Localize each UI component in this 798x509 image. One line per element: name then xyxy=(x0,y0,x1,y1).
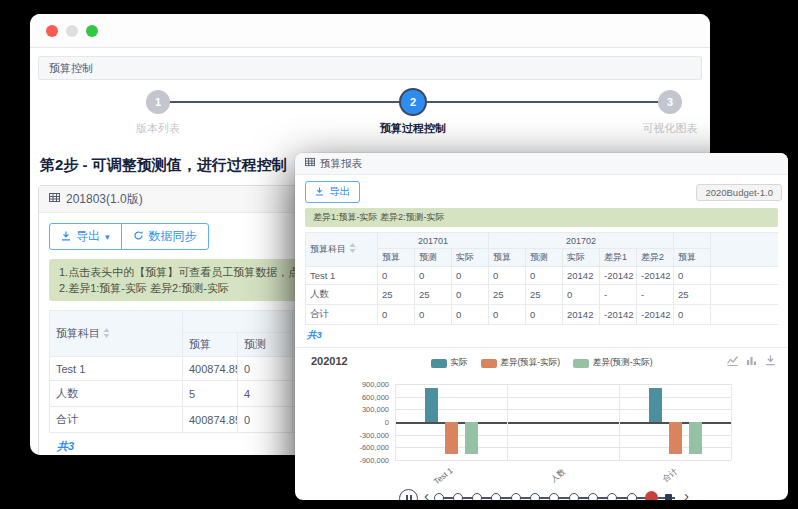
data-sync-button[interactable]: 数据同步 xyxy=(121,223,209,250)
timeline-dot[interactable] xyxy=(530,493,540,500)
close-window-button[interactable] xyxy=(46,25,58,37)
bar-差异(预算-实际) xyxy=(445,422,458,454)
timeline-dot[interactable] xyxy=(588,493,598,500)
header-filler xyxy=(711,233,778,267)
y-axis-tick-label: 900,000 xyxy=(337,380,389,389)
data-cell: 400874.85 xyxy=(183,407,238,433)
grid-icon xyxy=(305,153,315,174)
legend-item[interactable]: 实际 xyxy=(431,357,468,369)
table-row: Test 10000020142-20142-201420 xyxy=(306,267,779,285)
sort-icon[interactable] xyxy=(349,243,356,255)
data-cell: 0 xyxy=(238,357,293,381)
column-header[interactable]: 预算 xyxy=(674,249,711,267)
column-header[interactable]: 实际 xyxy=(452,249,489,267)
legend-swatch xyxy=(431,359,447,368)
data-cell: 5 xyxy=(183,381,238,407)
timeline-next-arrow[interactable]: › xyxy=(684,488,689,500)
timeline-dot[interactable] xyxy=(472,493,482,500)
timeline-dot[interactable] xyxy=(607,493,617,500)
minimize-window-button[interactable] xyxy=(66,25,78,37)
table-row: 合计0000020142-20142-201420 xyxy=(306,305,779,325)
report-title: 预算报表 xyxy=(320,153,362,174)
subject-cell: 合计 xyxy=(306,305,378,325)
timeline-selected-dot[interactable] xyxy=(645,491,658,500)
data-cell: 0 xyxy=(526,305,563,325)
subject-column-header[interactable]: 预算科目 xyxy=(50,311,183,357)
timeline-summary-checkpoint[interactable] xyxy=(665,494,672,500)
step-heading-strong: 第2步 xyxy=(40,156,78,173)
column-header[interactable]: 差异1 xyxy=(600,249,637,267)
timeline-dot[interactable] xyxy=(627,493,637,500)
data-cell: 25 xyxy=(415,285,452,305)
data-cell: - xyxy=(637,285,674,305)
data-cell: - xyxy=(600,285,637,305)
data-cell: -20142 xyxy=(600,305,637,325)
timeline-dot[interactable] xyxy=(549,493,559,500)
subject-cell: Test 1 xyxy=(306,267,378,285)
timeline-dot[interactable] xyxy=(453,493,463,500)
report-export-button[interactable]: 导出 xyxy=(305,181,360,203)
bar-实际 xyxy=(649,388,662,422)
data-cell: 0 xyxy=(238,407,293,433)
grid-icon xyxy=(49,186,60,212)
column-header[interactable]: 预测 xyxy=(526,249,563,267)
timeline-dot[interactable] xyxy=(434,493,444,500)
step-label: 可视化图表 xyxy=(600,121,710,136)
column-header[interactable]: 预算 xyxy=(183,333,238,357)
vertical-gridline xyxy=(395,384,396,460)
subject-cell: 人数 xyxy=(50,381,183,407)
data-cell: 0 xyxy=(452,267,489,285)
step-circle: 1 xyxy=(146,90,170,114)
data-cell: -20142 xyxy=(637,305,674,325)
data-cell: 0 xyxy=(415,305,452,325)
group-header-row: 预算科目201701201702 xyxy=(306,233,779,249)
gridline xyxy=(395,384,731,385)
legend-item[interactable]: 差异(预算-实际) xyxy=(481,357,561,369)
stepper: 1版本列表2预算过程控制3可视化图表 xyxy=(38,90,702,148)
step-label: 预算过程控制 xyxy=(343,121,483,136)
step-circle: 3 xyxy=(658,90,682,114)
gridline xyxy=(395,397,731,398)
timeline-dot[interactable] xyxy=(491,493,501,500)
chart-timeline: ‹›20200120200220200320200420200520200620… xyxy=(295,484,788,500)
export-dropdown-button[interactable]: 导出 ▾ xyxy=(49,223,122,250)
budget-version-select[interactable]: 2020Budget-1.0 xyxy=(696,184,782,201)
y-axis-tick-label: -300,000 xyxy=(337,431,389,440)
column-header[interactable]: 预算 xyxy=(489,249,526,267)
report-header: 预算报表 xyxy=(295,153,788,175)
timeline-dot[interactable] xyxy=(569,493,579,500)
diff-legend-alert: 差异1:预算-实际 差异2:预测-实际 xyxy=(305,208,778,227)
bar-chart-icon[interactable] xyxy=(746,355,757,366)
row-filler xyxy=(711,285,778,305)
column-header[interactable]: 预测 xyxy=(415,249,452,267)
refresh-icon xyxy=(133,230,144,244)
column-header[interactable]: 预算 xyxy=(378,249,415,267)
download-icon xyxy=(61,230,71,244)
data-cell: 0 xyxy=(526,267,563,285)
save-image-icon[interactable] xyxy=(765,355,776,366)
timeline-dot[interactable] xyxy=(511,493,521,500)
row-filler xyxy=(711,305,778,325)
y-axis-tick-label: -900,000 xyxy=(337,456,389,465)
vertical-gridline xyxy=(731,384,732,460)
line-chart-icon[interactable] xyxy=(727,355,738,366)
timeline-prev-arrow[interactable]: ‹ xyxy=(424,488,429,500)
caret-down-icon: ▾ xyxy=(105,232,110,242)
download-icon xyxy=(315,186,324,198)
sort-icon[interactable] xyxy=(103,328,110,340)
step-1: 1版本列表 xyxy=(88,90,228,136)
legend-label: 实际 xyxy=(451,357,468,369)
card-title: 201803(1.0版) xyxy=(66,186,143,212)
budget-bar-chart: 202012 实际差异(预算-实际)差异(预测-实际) 900,000600,0… xyxy=(295,348,788,484)
data-cell: 4 xyxy=(238,381,293,407)
column-header[interactable]: 预测 xyxy=(238,333,293,357)
chart-toolbox xyxy=(727,355,776,366)
step-3: 3可视化图表 xyxy=(600,90,710,136)
column-header[interactable]: 实际 xyxy=(563,249,600,267)
zoom-window-button[interactable] xyxy=(86,25,98,37)
legend-item[interactable]: 差异(预测-实际) xyxy=(573,357,653,369)
subject-column-header[interactable]: 预算科目 xyxy=(306,233,378,267)
page-title: 预算控制 xyxy=(38,56,702,80)
column-header[interactable]: 差异2 xyxy=(637,249,674,267)
timeline-play-pause-button[interactable] xyxy=(399,489,418,500)
